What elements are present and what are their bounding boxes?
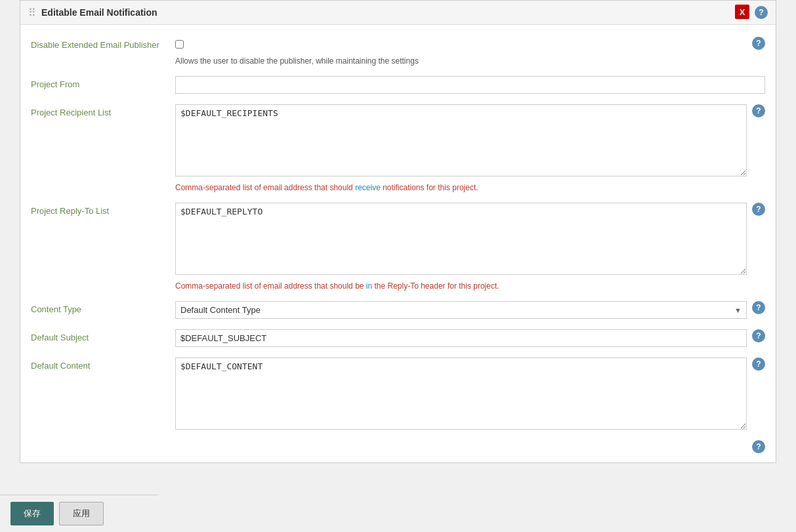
project-replyto-help-icon[interactable]: ? xyxy=(752,203,765,216)
project-from-label: Project From xyxy=(31,76,175,89)
replyto-in-link[interactable]: in xyxy=(366,281,372,291)
drag-handle-icon: ⠿ xyxy=(28,7,36,19)
project-recipient-help-icon[interactable]: ? xyxy=(752,104,765,117)
default-content-row: Default Content ? xyxy=(20,352,776,435)
project-replyto-label: Project Reply-To List xyxy=(31,203,175,216)
footer-bar: 保存 应用 xyxy=(0,495,157,532)
default-subject-help-icon[interactable]: ? xyxy=(752,329,765,342)
disable-publisher-control: ? xyxy=(175,37,765,50)
project-replyto-row: Project Reply-To List ? xyxy=(20,197,776,280)
extra-control: ? xyxy=(175,440,765,453)
close-button[interactable]: X xyxy=(735,5,749,19)
panel-title: Editable Email Notification xyxy=(41,7,157,18)
default-subject-label: Default Subject xyxy=(31,329,175,342)
extra-help-icon[interactable]: ? xyxy=(752,440,765,453)
default-content-textarea[interactable] xyxy=(175,358,747,430)
project-from-row: Project From xyxy=(20,71,776,99)
panel-body: Disable Extended Email Publisher ? Allow… xyxy=(20,25,776,462)
content-type-row: Content Type Default Content TypeHTMLPla… xyxy=(20,296,776,324)
default-content-label: Default Content xyxy=(31,358,175,371)
content-type-help-icon[interactable]: ? xyxy=(752,301,765,314)
disable-publisher-checkbox[interactable] xyxy=(175,40,184,49)
main-panel: ⠿ Editable Email Notification X ? Disabl… xyxy=(20,0,776,463)
apply-button[interactable]: 应用 xyxy=(59,502,104,525)
project-recipient-textarea[interactable] xyxy=(175,104,747,176)
project-replyto-control: ? xyxy=(175,203,765,275)
content-type-control: Default Content TypeHTMLPlain Text ▼ ? xyxy=(175,301,765,319)
project-recipient-hint: Comma-separated list of email address th… xyxy=(20,182,776,197)
project-recipient-row: Project Recipient List ? xyxy=(20,99,776,182)
project-from-control xyxy=(175,76,765,94)
extra-label xyxy=(31,440,175,443)
content-type-select-wrapper: Default Content TypeHTMLPlain Text ▼ xyxy=(175,301,747,319)
content-type-select[interactable]: Default Content TypeHTMLPlain Text xyxy=(175,301,747,319)
default-subject-input[interactable] xyxy=(175,329,747,347)
receive-link[interactable]: receive xyxy=(355,183,381,192)
panel-header: ⠿ Editable Email Notification X ? xyxy=(20,1,776,25)
disable-publisher-label: Disable Extended Email Publisher xyxy=(31,37,175,50)
default-subject-control: ? xyxy=(175,329,765,347)
disable-publisher-hint: Allows the user to disable the publisher… xyxy=(20,55,776,71)
project-recipient-control: ? xyxy=(175,104,765,176)
default-content-control: ? xyxy=(175,358,765,430)
content-type-label: Content Type xyxy=(31,301,175,314)
panel-title-row: ⠿ Editable Email Notification xyxy=(28,7,157,19)
panel-help-icon[interactable]: ? xyxy=(755,6,768,19)
project-replyto-hint: Comma-separated list of email address th… xyxy=(20,280,776,296)
extra-row: ? xyxy=(20,435,776,456)
page-wrapper: ⠿ Editable Email Notification X ? Disabl… xyxy=(0,0,796,532)
default-subject-row: Default Subject ? xyxy=(20,324,776,352)
panel-header-right: X ? xyxy=(755,6,768,19)
disable-publisher-help-icon[interactable]: ? xyxy=(752,37,765,50)
project-replyto-textarea[interactable] xyxy=(175,203,747,275)
save-button[interactable]: 保存 xyxy=(10,502,54,525)
disable-publisher-row: Disable Extended Email Publisher ? xyxy=(20,31,776,55)
default-content-help-icon[interactable]: ? xyxy=(752,358,765,371)
project-recipient-label: Project Recipient List xyxy=(31,104,175,117)
project-from-input[interactable] xyxy=(175,76,765,94)
